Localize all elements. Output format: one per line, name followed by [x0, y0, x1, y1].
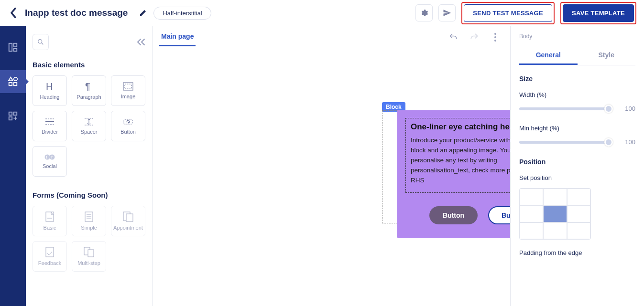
tile-heading[interactable]: H Heading [33, 75, 67, 106]
section-position: Position [519, 158, 635, 166]
nav-elements[interactable] [0, 70, 26, 93]
form-simple-icon [85, 211, 93, 222]
app-header: Inapp test doc message Half-interstitial… [0, 0, 644, 26]
card-heading[interactable]: One-liner eye catching heading [411, 122, 510, 132]
search-button[interactable] [33, 34, 49, 50]
svg-point-29 [494, 36, 496, 38]
button-icon [123, 117, 133, 126]
svg-rect-0 [9, 43, 12, 52]
basic-elements-grid: H Heading ¶ Paragraph Image Divider Spac… [33, 75, 145, 177]
setpos-label: Set position [519, 174, 635, 181]
undo-button[interactable] [445, 29, 461, 45]
canvas-tabs: Main page [153, 26, 510, 48]
send-test-button[interactable]: SEND TEST MESSAGE [464, 4, 552, 22]
main-area: Basic elements H Heading ¶ Paragraph Ima… [0, 26, 644, 306]
forms-title: Forms (Coming Soon) [33, 191, 145, 199]
save-template-button[interactable]: SAVE TEMPLATE [563, 4, 634, 22]
svg-point-4 [14, 77, 17, 81]
tile-spacer[interactable]: Spacer [72, 111, 106, 141]
more-menu-button[interactable] [487, 29, 503, 45]
collapse-sidebar-icon[interactable] [137, 39, 145, 45]
svg-text:¶: ¶ [85, 82, 90, 91]
card-body-text[interactable]: Introduce your product/service with an i… [411, 136, 510, 186]
message-card[interactable]: ✕ One-liner eye catching heading Introdu… [397, 110, 510, 238]
form-feedback-icon [45, 247, 54, 257]
tile-paragraph[interactable]: ¶ Paragraph [72, 75, 106, 106]
width-label: Width (%) [519, 91, 635, 98]
divider-icon [44, 117, 55, 126]
tile-divider[interactable]: Divider [33, 111, 67, 141]
tile-form-basic: Basic [33, 206, 67, 236]
tile-image[interactable]: Image [111, 75, 145, 106]
tab-style[interactable]: Style [578, 46, 636, 65]
tile-social[interactable]: tf Social [33, 146, 67, 177]
slider-thumb[interactable] [604, 105, 613, 113]
slider-thumb[interactable] [604, 138, 613, 147]
pos-tr[interactable] [567, 189, 590, 205]
nav-layout[interactable] [0, 36, 26, 59]
width-slider[interactable] [519, 107, 612, 110]
pos-bl[interactable] [520, 222, 543, 239]
pos-br[interactable] [567, 222, 590, 239]
form-basic-icon [45, 211, 54, 222]
svg-rect-8 [14, 112, 17, 115]
tile-label: Button [120, 129, 136, 135]
vertical-nav [0, 26, 26, 306]
tile-label: Social [43, 163, 57, 169]
nav-blocks[interactable] [0, 105, 26, 127]
layout-badge[interactable]: Half-interstitial [153, 7, 211, 20]
tile-label: Feedback [38, 260, 61, 266]
edit-title-icon[interactable] [138, 8, 148, 18]
canvas-viewport[interactable]: Block ✕ One-liner eye catching heading I… [153, 48, 510, 306]
svg-rect-5 [9, 83, 12, 85]
svg-rect-24 [126, 214, 133, 222]
svg-text:t: t [46, 155, 47, 159]
forms-grid: Basic Simple Appointment Feedback Multi-… [33, 206, 145, 272]
highlight-send-test: SEND TEST MESSAGE [461, 2, 555, 24]
svg-rect-25 [46, 247, 54, 257]
svg-rect-13 [123, 83, 133, 90]
back-button[interactable] [8, 7, 19, 19]
elements-sidebar: Basic elements H Heading ¶ Paragraph Ima… [26, 26, 153, 306]
pos-bc[interactable] [543, 222, 567, 239]
social-icon: tf [44, 154, 55, 160]
svg-rect-9 [9, 117, 12, 120]
content-block[interactable]: ✕ One-liner eye catching heading Introdu… [405, 118, 510, 193]
pos-mr[interactable] [567, 205, 590, 222]
tile-label: Simple [81, 225, 97, 231]
minheight-slider[interactable] [519, 141, 612, 144]
tile-form-multistep: Multi-step [72, 241, 106, 272]
card-button-primary[interactable]: Button [429, 206, 478, 224]
section-size: Size [519, 75, 635, 83]
svg-text:H: H [46, 82, 53, 91]
card-button-secondary[interactable]: Button [488, 206, 510, 224]
position-grid [519, 188, 591, 240]
heading-icon: H [44, 82, 55, 91]
svg-rect-6 [14, 83, 17, 85]
tile-label: Image [121, 94, 136, 99]
tab-general[interactable]: General [519, 46, 578, 65]
settings-button[interactable] [415, 4, 433, 21]
minheight-value: 100 [620, 138, 635, 146]
pos-tc[interactable] [543, 189, 567, 205]
page-title: Inapp test doc message [25, 8, 128, 18]
send-icon-button[interactable] [438, 4, 456, 21]
tile-form-feedback: Feedback [33, 241, 67, 272]
breadcrumb[interactable]: Body [519, 33, 635, 40]
tab-main-page[interactable]: Main page [159, 28, 196, 46]
tile-label: Paragraph [76, 94, 101, 100]
properties-panel: Body General Style Size Width (%) 100 Mi… [510, 26, 644, 306]
tile-form-simple: Simple [72, 206, 106, 236]
spacer-icon [84, 117, 94, 126]
image-icon [123, 82, 133, 91]
tile-label: Heading [40, 94, 60, 100]
tile-button[interactable]: Button [111, 111, 145, 141]
svg-point-30 [494, 40, 496, 42]
pos-ml[interactable] [520, 205, 543, 222]
button-row: Button Button [405, 206, 510, 224]
minheight-label: Min height (%) [519, 125, 635, 132]
redo-button[interactable] [466, 29, 482, 45]
pos-mc[interactable] [543, 205, 567, 222]
basic-elements-title: Basic elements [33, 61, 145, 69]
pos-tl[interactable] [520, 189, 543, 205]
